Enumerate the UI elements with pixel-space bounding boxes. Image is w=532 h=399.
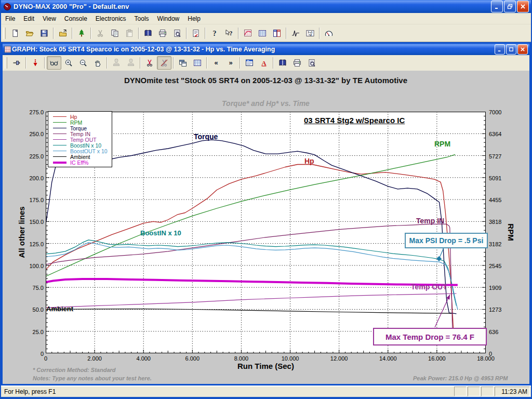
main-toolbar-separator bbox=[186, 28, 187, 39]
left-tick-label: 100.0 bbox=[22, 263, 44, 269]
legend-label: IC Eff% bbox=[70, 159, 88, 166]
graph-toolbar-separator bbox=[273, 57, 274, 69]
menu-electronics[interactable]: Electronics bbox=[91, 14, 130, 23]
x-tick-label: 18.000 bbox=[472, 355, 499, 362]
copy-button[interactable] bbox=[108, 26, 122, 40]
gauge-console-button[interactable] bbox=[322, 26, 336, 40]
graph-toolbar-grip[interactable] bbox=[5, 57, 7, 69]
left-tick-label: 200.0 bbox=[22, 175, 44, 181]
mdi-area: GRAPH: Stock 05 SRT4 Spearco ic on 2005-… bbox=[1, 42, 531, 385]
restore-button[interactable] bbox=[504, 1, 516, 12]
inspect-glasses-button[interactable] bbox=[47, 56, 61, 70]
print-preview-button[interactable] bbox=[170, 26, 184, 40]
save-button[interactable] bbox=[37, 26, 51, 40]
toolbar-grip[interactable] bbox=[3, 28, 6, 39]
graph-close-button[interactable] bbox=[517, 44, 528, 55]
test-notes-line[interactable]: Notes: Type any notes about your test he… bbox=[33, 375, 152, 381]
menu-view[interactable]: View bbox=[38, 14, 60, 23]
close-button[interactable] bbox=[517, 1, 529, 12]
chart-title: DYNOmite test "Stock 05 SRT4 on 2005-12-… bbox=[46, 76, 486, 85]
print-preview-button[interactable] bbox=[304, 56, 319, 70]
menu-file[interactable]: File bbox=[1, 14, 19, 23]
smooth-less-icon bbox=[112, 59, 121, 67]
graph-setup-button[interactable] bbox=[242, 56, 257, 70]
clip-off-button[interactable] bbox=[157, 56, 171, 70]
pan-hand-button[interactable] bbox=[90, 56, 105, 70]
test-notes-button[interactable] bbox=[189, 26, 203, 40]
open-file-button[interactable] bbox=[22, 26, 37, 40]
font-select-button[interactable]: A bbox=[257, 56, 271, 70]
x-tick-label: 4.000 bbox=[130, 355, 157, 362]
abort-run-button[interactable] bbox=[28, 56, 43, 70]
page-next-icon: » bbox=[227, 59, 235, 67]
window-title: DYNO-MAX 2000 "Pro" - Default.env bbox=[14, 3, 490, 10]
print-button[interactable] bbox=[290, 56, 304, 70]
curve-label-03-srt4-stg2-w-spearco-ic: 03 SRT4 Stg2 w/Spearco IC bbox=[304, 116, 405, 125]
legend-line-sample bbox=[53, 122, 66, 123]
x-tick-label: 2.000 bbox=[81, 355, 108, 362]
open-environment-button[interactable] bbox=[56, 26, 70, 40]
graph-maximize-button[interactable] bbox=[506, 44, 516, 55]
print-icon bbox=[158, 29, 167, 37]
series-ic-eff- bbox=[46, 279, 458, 285]
smooth-more-button[interactable] bbox=[124, 56, 138, 70]
print-icon bbox=[293, 59, 301, 67]
page-previous-button[interactable]: « bbox=[209, 56, 223, 70]
page-previous-icon: « bbox=[212, 59, 220, 67]
zoom-in-button[interactable] bbox=[61, 56, 76, 70]
copy-icon bbox=[111, 29, 119, 37]
new-document-button[interactable] bbox=[8, 26, 22, 40]
table-view-button[interactable] bbox=[255, 26, 270, 40]
copy-window-button[interactable] bbox=[176, 56, 190, 70]
page-next-button[interactable]: » bbox=[223, 56, 238, 70]
tile-windows-icon bbox=[273, 29, 281, 37]
context-help-button[interactable]: ? bbox=[222, 26, 236, 40]
curve-label-hp: Hp bbox=[304, 157, 314, 165]
left-tick-label: 275.0 bbox=[22, 109, 44, 115]
callout-box: Max PSI Drop = .5 Psi bbox=[405, 233, 488, 248]
plot-area[interactable]: HpRPMTorqueTemp INTemp OUTBoostIN x 10Bo… bbox=[46, 112, 486, 353]
minimize-button[interactable] bbox=[491, 1, 503, 12]
menu-edit[interactable]: Edit bbox=[19, 14, 38, 23]
notebook-button[interactable] bbox=[275, 56, 290, 70]
notebook-button[interactable] bbox=[141, 26, 155, 40]
legend-line-sample bbox=[53, 145, 66, 145]
main-toolbar-separator bbox=[205, 28, 206, 39]
help-button[interactable]: ? bbox=[207, 26, 222, 40]
tile-windows-button[interactable] bbox=[270, 26, 284, 40]
save-icon bbox=[40, 29, 48, 37]
print-button[interactable] bbox=[155, 26, 170, 40]
smooth-less-button[interactable] bbox=[109, 56, 124, 70]
live-trace-button[interactable] bbox=[288, 26, 303, 40]
graph-view-button[interactable] bbox=[241, 26, 255, 40]
paste-button[interactable] bbox=[122, 26, 137, 40]
right-tick-label: 6364 bbox=[489, 131, 511, 137]
legend-line-sample bbox=[53, 151, 66, 151]
pin-window-button[interactable] bbox=[9, 56, 24, 70]
graph-toolbar-separator bbox=[25, 57, 26, 69]
graph-view-icon bbox=[244, 29, 252, 37]
zoom-out-button[interactable] bbox=[76, 56, 90, 70]
right-tick-label: 1273 bbox=[489, 307, 511, 313]
cut-button[interactable] bbox=[93, 26, 108, 40]
chart-subtitle: Torque* and Hp* vs. Time bbox=[46, 99, 486, 108]
clip-off-icon bbox=[160, 59, 168, 67]
left-tick-label: 150.0 bbox=[22, 219, 44, 225]
notebook-icon bbox=[144, 29, 152, 37]
environment-tree-button[interactable] bbox=[74, 26, 89, 40]
left-tick-label: 75.0 bbox=[22, 285, 44, 291]
svg-text:?: ? bbox=[230, 30, 233, 37]
menu-tools[interactable]: Tools bbox=[130, 14, 153, 23]
legend-item: BoostOUT x 10 bbox=[50, 148, 110, 154]
zoom-out-icon bbox=[79, 59, 87, 67]
legend-item: Hp bbox=[50, 114, 110, 119]
data-grid-button[interactable] bbox=[190, 56, 205, 70]
main-toolbar-separator bbox=[286, 28, 287, 39]
right-tick-label: 3182 bbox=[489, 241, 511, 247]
math-calc-button[interactable]: 1+1=2 bbox=[303, 26, 317, 40]
graph-minimize-button[interactable] bbox=[495, 44, 505, 55]
clip-data-button[interactable] bbox=[142, 56, 157, 70]
menu-console[interactable]: Console bbox=[60, 14, 91, 23]
menu-window[interactable]: Window bbox=[153, 14, 184, 23]
menu-help[interactable]: Help bbox=[183, 14, 205, 23]
